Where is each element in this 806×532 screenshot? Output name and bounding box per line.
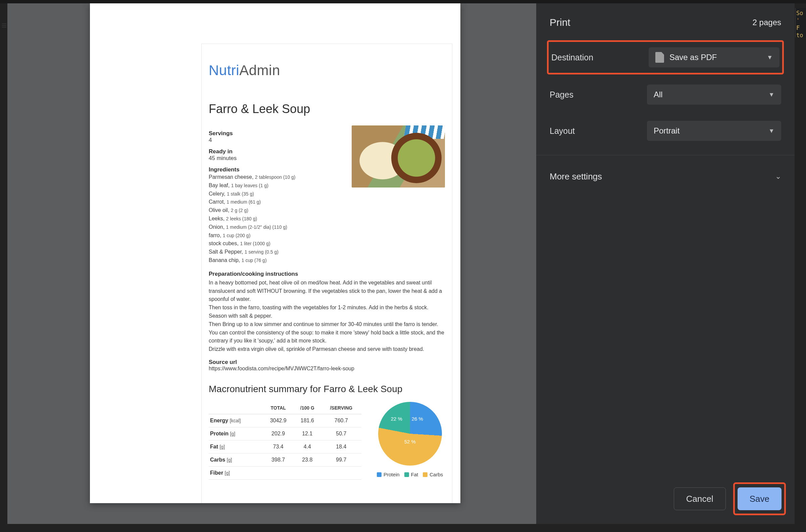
macro-cell: 3042.9 [263,414,294,427]
print-dialog-title: Print [550,17,570,28]
destination-value: Save as PDF [670,53,717,62]
macro-row-label: Protein [g] [209,427,263,440]
ingredient-amount: 1 bay leaves (1 g) [231,183,268,188]
macro-row: Fat [g]73.44.418.4 [209,440,361,453]
ingredient-amount: 1 cup (76 g) [242,258,267,263]
destination-select[interactable]: Save as PDF ▼ [649,47,780,68]
ingredient-name: Leeks, [209,216,226,222]
ingredient-name: farro, [209,232,223,238]
macro-row: Energy [kcal]3042.9181.6760.7 [209,414,361,427]
macro-row-label: Fiber [g] [209,466,263,479]
macro-cell: 12.1 [294,427,321,440]
macro-cell [321,466,361,479]
save-button[interactable]: Save [737,488,782,510]
legend-protein: Protein [377,472,400,477]
ingredient-row: Carrot, 1 medium (61 g) [209,198,343,206]
macro-cell: 181.6 [294,414,321,427]
ingredient-row: Onion, 1 medium (2-1/2" dia) (110 g) [209,223,343,231]
ingredient-amount: 1 liter (1000 g) [240,241,270,246]
app-logo: NutriAdmin [209,62,445,78]
macro-row-label: Energy [kcal] [209,414,263,427]
ingredient-row: Celery, 1 stalk (35 g) [209,190,343,198]
instruction-line: You can control the consistency of the s… [209,329,445,345]
ingredient-name: stock cubes, [209,241,240,246]
ingredient-row: Banana chip, 1 cup (76 g) [209,256,343,265]
macro-cell [294,466,321,479]
pie-slice-label-protein: 26 % [412,416,423,422]
macro-header-cell [209,402,263,414]
ingredient-amount: 2 leeks (180 g) [226,216,257,222]
recipe-title: Farro & Leek Soup [209,102,445,116]
macro-cell: 50.7 [321,427,361,440]
macro-cell: 18.4 [321,440,361,453]
ready-value: 45 minutes [209,155,343,162]
code-line: ' [796,17,805,24]
more-settings-label: More settings [550,171,602,182]
ingredient-name: Onion, [209,224,226,230]
print-page-count: 2 pages [753,18,781,27]
ingredients-list: Parmesan cheese, 2 tablespoon (10 g)Bay … [209,173,343,265]
instruction-line: Then Bring up to a low simmer and contin… [209,320,445,329]
ingredient-row: Olive oil, 2 g (2 g) [209,206,343,215]
layout-select[interactable]: Portrait ▼ [647,121,781,141]
legend-carbs: Carbs [423,472,443,477]
macro-table-header-row: TOTAL/100 G/SERVING [209,402,361,414]
ingredient-row: stock cubes, 1 liter (1000 g) [209,240,343,248]
instructions-label: Preparation/cooking instructions [209,271,445,278]
macro-header-cell: /100 G [294,402,321,414]
destination-highlight: Destination Save as PDF ▼ [547,40,784,74]
ready-label: Ready in [209,148,343,155]
ingredient-name: Bay leaf, [209,183,231,188]
hamburger-icon[interactable]: ≡ [0,19,8,32]
ingredient-name: Olive oil, [209,207,231,213]
chevron-down-icon: ▼ [768,91,774,98]
macro-header-cell: TOTAL [263,402,294,414]
ingredient-amount: 1 medium (61 g) [226,199,261,205]
macro-title: Macronutrient summary for Farro & Leek S… [209,384,445,395]
ingredients-label: Ingredients [209,166,343,173]
print-dialog-panel: Print 2 pages Destination Save as PDF ▼ … [536,3,794,524]
ingredient-row: Leeks, 2 leeks (180 g) [209,215,343,223]
background-code-sliver: So ' F to [795,8,806,38]
ingredient-amount: 1 medium (2-1/2" dia) (110 g) [226,224,287,230]
logo-brand-1: Nutri [209,62,239,78]
macro-cell: 23.8 [294,453,321,466]
ingredient-name: Banana chip, [209,257,242,263]
macro-cell: 202.9 [263,427,294,440]
destination-label: Destination [551,53,649,62]
ingredient-row: farro, 1 cup (200 g) [209,231,343,240]
ingredient-row: Bay leaf, 1 bay leaves (1 g) [209,182,343,190]
print-dialog-footer: Cancel Save [674,482,786,515]
recipe-image [352,126,445,188]
pages-label: Pages [550,90,647,100]
ingredient-amount: 2 tablespoon (10 g) [255,174,296,180]
document-page: NutriAdmin Farro & Leek Soup Servings 4 … [90,3,461,503]
macro-cell: 398.7 [263,453,294,466]
layout-value: Portrait [654,126,679,135]
macro-cell [263,466,294,479]
pie-slice-label-fat: 22 % [391,416,402,422]
more-settings-toggle[interactable]: More settings ⌄ [550,165,781,188]
page-content: NutriAdmin Farro & Leek Soup Servings 4 … [201,44,452,480]
source-label: Source url [209,359,445,366]
macro-pie-chart: 26 % 52 % 22 % Protein Fat Carbs [375,402,445,477]
cancel-button[interactable]: Cancel [674,488,726,510]
pie-slice-label-carbs: 52 % [404,439,416,444]
ingredient-amount: 2 g (2 g) [231,208,248,213]
pages-value: All [654,90,663,99]
macro-cell: 760.7 [321,414,361,427]
instruction-line: Then toss in the farro, toasting with th… [209,304,445,320]
print-preview-area: NutriAdmin Farro & Leek Soup Servings 4 … [7,3,543,524]
macro-row: Protein [g]202.912.150.7 [209,427,361,440]
macro-cell: 99.7 [321,453,361,466]
code-line: F [796,24,805,32]
servings-label: Servings [209,130,343,137]
legend-fat: Fat [404,472,418,477]
macro-row-label: Carbs [g] [209,453,263,466]
pages-select[interactable]: All ▼ [647,84,781,104]
macro-cell: 73.4 [263,440,294,453]
layout-label: Layout [550,126,647,136]
instruction-line: In a heavy bottomed pot, heat olive oil … [209,279,445,304]
macro-table: TOTAL/100 G/SERVING Energy [kcal]3042.91… [209,402,361,480]
macro-row: Carbs [g]398.723.899.7 [209,453,361,466]
